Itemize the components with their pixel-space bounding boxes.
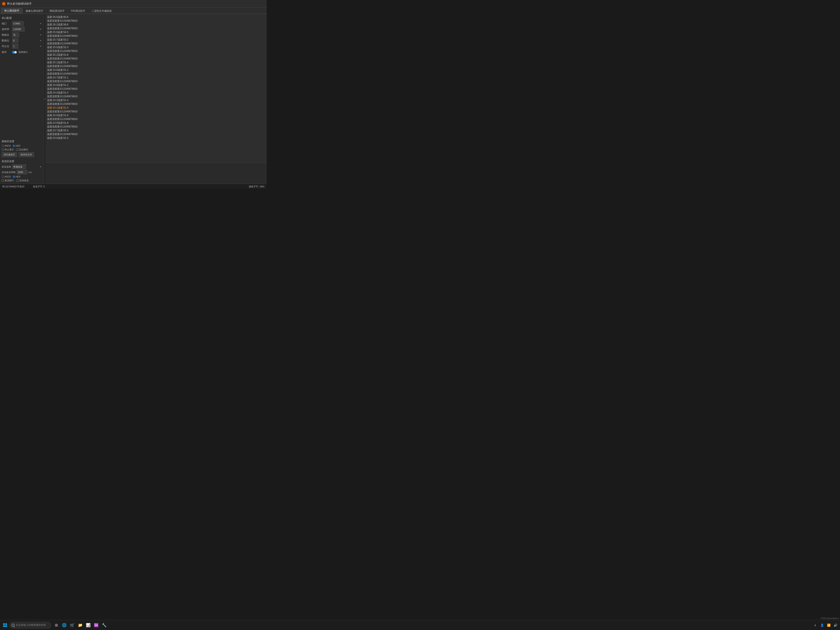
newline-label: 发送新行 <box>5 179 14 182</box>
send-encoding-row: ASCII HEX <box>2 175 42 178</box>
stop-select-wrapper[interactable]: 1 <box>12 44 42 49</box>
auto-send-period-label: 自动发送周期 <box>2 171 16 174</box>
recv-line: 温度湿度显示12345678910 <box>47 19 265 23</box>
send-count-label: 发送字节: 0 <box>33 185 45 188</box>
sidebar: 串口配置 端口 COM3 波特率 115200 检验位 无 <box>0 14 44 184</box>
op-row: 操作 关闭串口 <box>2 51 42 54</box>
recv-ascii-radio[interactable] <box>2 145 4 147</box>
port-select-wrapper[interactable]: COM3 <box>12 21 42 26</box>
stop-label: 停止位 <box>2 44 12 48</box>
auto-send-period-row: 自动发送周期 ms <box>2 170 42 174</box>
recv-line: 温度:26.2温度:56.8 <box>47 23 265 27</box>
app-icon <box>2 2 5 5</box>
recv-line: 温度湿度显示12345678910 <box>47 102 265 106</box>
op-label: 操作 <box>2 51 12 54</box>
recv-line: 温度湿度显示12345678910 <box>47 72 265 76</box>
recv-ascii-option[interactable]: ASCII <box>2 144 11 147</box>
port-select[interactable]: COM3 <box>12 21 24 26</box>
status-bar: 串口[COM3]打开成功! 发送字节: 0 接收字节: 1861 <box>0 184 267 189</box>
recv-count-label: 接收字节: 1861 <box>249 185 265 188</box>
main-layout: 串口配置 端口 COM3 波特率 115200 检验位 无 <box>0 14 267 184</box>
port-status: 串口[COM3]打开成功! <box>2 185 25 188</box>
recv-line: 温度:24.7温度:51.1 <box>47 76 265 79</box>
recv-encoding-row: ASCII HEX <box>2 144 42 147</box>
log-mode-option[interactable]: 日志模式 <box>16 148 28 151</box>
send-option-label: 发送选项 <box>2 165 11 169</box>
period-unit: ms <box>28 171 32 174</box>
recv-line: 温度:24.4温度:51.3 <box>47 91 265 95</box>
send-option-select[interactable]: 单项发送 <box>12 164 26 169</box>
send-area[interactable] <box>45 163 267 184</box>
app-title: 野火多功能调试助手 <box>7 2 32 6</box>
save-file-btn[interactable]: 保存到文件 <box>19 152 34 157</box>
stop-select[interactable]: 1 <box>12 44 18 49</box>
close-serial-btn[interactable]: 关闭串口 <box>19 51 28 54</box>
recv-line: 温度湿度显示12345678910 <box>47 95 265 98</box>
check-select[interactable]: 无 <box>12 33 19 37</box>
recv-settings-title: 接收区设置 <box>2 140 42 143</box>
stop-row: 停止位 1 <box>2 44 42 49</box>
check-label: 检验位 <box>2 33 12 37</box>
recv-line: 温度:25.1温度:51.4 <box>47 60 265 64</box>
recv-line: 温度湿度显示12345678910 <box>47 64 265 68</box>
recv-line: 温度:25.9温度:54.5 <box>47 30 265 34</box>
recv-line: 温度:24.3温度:51.3 <box>47 98 265 102</box>
recv-ascii-label: ASCII <box>5 144 11 147</box>
send-option-select-wrapper[interactable]: 单项发送 <box>12 164 42 169</box>
send-hex-radio[interactable] <box>13 175 15 178</box>
recv-line: 温度湿度显示12345678910 <box>47 125 265 128</box>
send-ascii-label: ASCII <box>5 175 11 178</box>
data-label: 数据位 <box>2 39 12 43</box>
tab-bar: 串口调试助手 摄像头调试助手 网络调试助手 PID调试助手 二进制文件编辑器 <box>0 8 267 14</box>
send-ascii-radio[interactable] <box>2 175 4 178</box>
tab-binary[interactable]: 二进制文件编辑器 <box>88 8 115 14</box>
recv-area[interactable]: 温度:26.5温度:60.6温度湿度显示12345678910温度:26.2温度… <box>45 14 267 163</box>
send-hex-option[interactable]: HEX <box>13 175 21 178</box>
log-mode-label: 日志模式 <box>19 148 28 151</box>
data-row: 数据位 8 <box>2 38 42 43</box>
newline-option[interactable]: 发送新行 <box>2 179 14 182</box>
period-input[interactable] <box>17 170 27 174</box>
tab-network[interactable]: 网络调试助手 <box>46 8 68 14</box>
baud-label: 波特率 <box>2 27 12 31</box>
recv-line: 温度湿度显示12345678910 <box>47 87 265 91</box>
tab-pid[interactable]: PID调试助手 <box>68 8 88 14</box>
baud-row: 波特率 115200 <box>2 27 42 32</box>
send-ascii-option[interactable]: ASCII <box>2 175 11 178</box>
recv-line: 温度湿度显示12345678910 <box>47 117 265 121</box>
recv-line: 温度湿度显示12345678910 <box>47 41 265 45</box>
auto-send-checkbox[interactable] <box>17 179 19 182</box>
title-bar: 野火多功能调试助手 <box>0 0 267 8</box>
baud-select[interactable]: 115200 <box>12 27 25 32</box>
baud-select-wrapper[interactable]: 115200 <box>12 27 42 32</box>
auto-send-option[interactable]: 自动发送 <box>17 179 29 182</box>
auto-send-label: 自动发送 <box>19 179 29 182</box>
recv-line: 温度:25.2温度:51.8 <box>47 53 265 57</box>
recv-line: 温度:23.7温度:52.0 <box>47 128 265 132</box>
recv-line: 温度:25.5温度:52.3 <box>47 45 265 49</box>
tab-camera[interactable]: 摄像头调试助手 <box>22 8 46 14</box>
recv-line: 温度:23.6温度:52.3 <box>47 136 265 140</box>
log-mode-checkbox[interactable] <box>16 148 18 151</box>
recv-action-row: 清空接收区 保存到文件 <box>2 152 42 157</box>
recv-line: 温度湿度显示12345678910 <box>47 110 265 114</box>
serial-toggle[interactable] <box>12 51 17 54</box>
port-label: 端口 <box>2 22 12 25</box>
recv-line: 温度湿度显示12345678910 <box>47 79 265 83</box>
stop-display-option[interactable]: 停止显示 <box>2 148 14 151</box>
recv-line: 温度:24.0温度:51.6 <box>47 114 265 117</box>
recv-hex-radio[interactable] <box>13 145 15 147</box>
check-select-wrapper[interactable]: 无 <box>12 33 42 37</box>
recv-settings: 接收区设置 ASCII HEX 停止显示 日志模式 <box>2 139 42 157</box>
recv-line: 温度:24.9温度:51.2 <box>47 68 265 72</box>
tab-serial[interactable]: 串口调试助手 <box>1 8 22 14</box>
newline-checkbox[interactable] <box>2 179 4 182</box>
stop-display-checkbox[interactable] <box>2 148 4 151</box>
port-row: 端口 COM3 <box>2 21 42 26</box>
clear-recv-btn[interactable]: 清空接收区 <box>2 152 17 157</box>
send-flags-row: 发送新行 自动发送 <box>2 179 42 182</box>
recv-line: 温度:24.6温度:51.2 <box>47 83 265 87</box>
recv-hex-option[interactable]: HEX <box>13 144 21 147</box>
data-select[interactable]: 8 <box>12 38 18 43</box>
data-select-wrapper[interactable]: 8 <box>12 38 42 43</box>
